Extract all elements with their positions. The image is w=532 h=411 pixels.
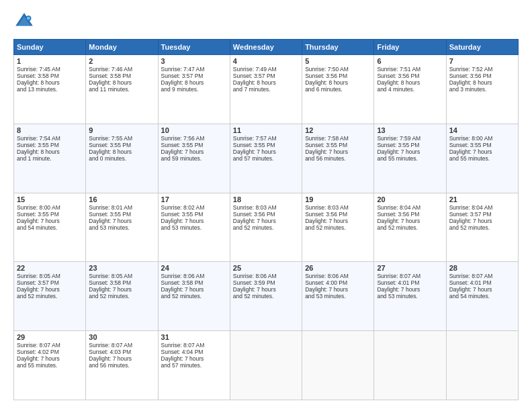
day-info-line: Daylight: 7 hours [233,148,299,155]
day-cell: 11Sunrise: 7:57 AMSunset: 3:55 PMDayligh… [230,124,302,193]
day-info-line: Sunset: 3:58 PM [89,279,154,286]
day-info-line: Sunset: 3:55 PM [161,211,227,218]
day-info-line: Daylight: 7 hours [305,286,371,293]
week-row-5: 29Sunrise: 8:07 AMSunset: 4:02 PMDayligh… [14,331,519,400]
calendar-table: SundayMondayTuesdayWednesdayThursdayFrid… [13,39,519,400]
day-info-line: Daylight: 7 hours [161,218,227,224]
day-info-line: Daylight: 7 hours [449,148,515,155]
day-info-line: and 1 minute. [17,155,83,162]
day-info-line: Sunrise: 7:55 AM [89,135,154,142]
page: SundayMondayTuesdayWednesdayThursdayFrid… [0,0,532,411]
day-number: 15 [17,195,83,203]
day-info-line: Sunset: 3:55 PM [449,142,515,148]
day-info-line: Sunset: 3:56 PM [377,211,443,218]
day-number: 24 [161,264,227,272]
day-info-line: Sunrise: 7:56 AM [161,135,227,142]
day-info-line: Sunset: 3:55 PM [17,211,83,218]
day-info-line: Sunrise: 8:00 AM [17,204,83,211]
day-info-line: Sunrise: 7:46 AM [89,66,154,73]
logo [13,11,38,32]
day-cell: 3Sunrise: 7:47 AMSunset: 3:57 PMDaylight… [158,55,230,124]
day-cell [446,331,518,400]
day-info-line: Daylight: 8 hours [89,148,154,155]
day-number: 8 [17,126,83,134]
day-info-line: Daylight: 8 hours [233,79,299,86]
day-info-line: Sunrise: 7:45 AM [17,66,83,73]
day-info-line: Sunset: 3:56 PM [449,73,515,79]
day-cell: 27Sunrise: 8:07 AMSunset: 4:01 PMDayligh… [374,262,446,331]
day-info-line: Sunrise: 8:06 AM [233,273,299,279]
day-info-line: and 56 minutes. [89,362,154,369]
day-info-line: and 52 minutes. [161,293,227,300]
day-number: 16 [89,195,154,203]
day-number: 20 [377,195,443,203]
day-number: 2 [89,57,154,65]
day-number: 9 [89,126,154,134]
day-info-line: and 0 minutes. [89,155,154,162]
day-info-line: and 55 minutes. [449,155,515,162]
day-info-line: Daylight: 7 hours [305,218,371,224]
day-info-line: Sunset: 3:56 PM [377,73,443,79]
day-info-line: Sunrise: 8:07 AM [377,273,443,279]
day-info-line: Sunrise: 8:03 AM [305,204,371,211]
day-cell: 16Sunrise: 8:01 AMSunset: 3:55 PMDayligh… [86,193,158,262]
day-info-line: Daylight: 7 hours [17,286,83,293]
day-info-line: and 53 minutes. [89,224,154,231]
day-cell [302,331,374,400]
day-cell: 31Sunrise: 8:07 AMSunset: 4:04 PMDayligh… [158,331,230,400]
day-number: 3 [161,57,227,65]
day-cell: 8Sunrise: 7:54 AMSunset: 3:55 PMDaylight… [14,124,86,193]
day-info-line: Sunset: 3:55 PM [377,142,443,148]
day-info-line: Sunrise: 8:07 AM [17,342,83,349]
day-info-line: Sunrise: 8:07 AM [161,342,227,349]
day-cell: 10Sunrise: 7:56 AMSunset: 3:55 PMDayligh… [158,124,230,193]
day-info-line: Sunrise: 8:05 AM [17,273,83,279]
day-info-line: Daylight: 8 hours [161,79,227,86]
day-number: 18 [233,195,299,203]
weekday-monday: Monday [86,40,158,55]
day-info-line: Sunrise: 8:07 AM [449,273,515,279]
day-info-line: and 54 minutes. [449,293,515,300]
day-info-line: Daylight: 7 hours [449,218,515,224]
svg-point-3 [27,17,30,20]
day-cell: 20Sunrise: 8:04 AMSunset: 3:56 PMDayligh… [374,193,446,262]
day-cell: 15Sunrise: 8:00 AMSunset: 3:55 PMDayligh… [14,193,86,262]
day-info-line: Sunrise: 7:54 AM [17,135,83,142]
day-number: 14 [449,126,515,134]
day-info-line: Sunset: 4:03 PM [89,349,154,355]
day-info-line: Sunset: 3:56 PM [305,211,371,218]
day-info-line: Daylight: 7 hours [233,218,299,224]
day-info-line: Sunset: 3:58 PM [89,73,154,79]
day-info-line: Sunset: 3:55 PM [161,142,227,148]
day-info-line: Sunset: 4:00 PM [305,279,371,286]
day-info-line: and 53 minutes. [377,293,443,300]
day-info-line: and 53 minutes. [305,293,371,300]
weekday-tuesday: Tuesday [158,40,230,55]
day-info-line: and 57 minutes. [161,362,227,369]
day-number: 19 [305,195,371,203]
day-info-line: Sunset: 4:01 PM [449,279,515,286]
day-info-line: Daylight: 8 hours [17,148,83,155]
weekday-header-row: SundayMondayTuesdayWednesdayThursdayFrid… [14,40,519,55]
day-info-line: Sunset: 4:04 PM [161,349,227,355]
day-info-line: and 4 minutes. [377,86,443,93]
day-cell: 30Sunrise: 8:07 AMSunset: 4:03 PMDayligh… [86,331,158,400]
day-info-line: Sunrise: 8:04 AM [377,204,443,211]
day-info-line: Daylight: 8 hours [17,79,83,86]
day-cell: 13Sunrise: 7:59 AMSunset: 3:55 PMDayligh… [374,124,446,193]
day-cell: 29Sunrise: 8:07 AMSunset: 4:02 PMDayligh… [14,331,86,400]
day-info-line: Daylight: 8 hours [449,79,515,86]
day-number: 17 [161,195,227,203]
day-cell: 9Sunrise: 7:55 AMSunset: 3:55 PMDaylight… [86,124,158,193]
day-info-line: Sunset: 3:55 PM [233,142,299,148]
day-info-line: Daylight: 7 hours [377,218,443,224]
day-cell: 26Sunrise: 8:06 AMSunset: 4:00 PMDayligh… [302,262,374,331]
day-info-line: Daylight: 7 hours [89,355,154,362]
day-info-line: Daylight: 7 hours [161,355,227,362]
weekday-friday: Friday [374,40,446,55]
day-info-line: Sunrise: 7:50 AM [305,66,371,73]
day-cell: 14Sunrise: 8:00 AMSunset: 3:55 PMDayligh… [446,124,518,193]
day-info-line: Daylight: 7 hours [377,148,443,155]
day-number: 13 [377,126,443,134]
day-number: 10 [161,126,227,134]
